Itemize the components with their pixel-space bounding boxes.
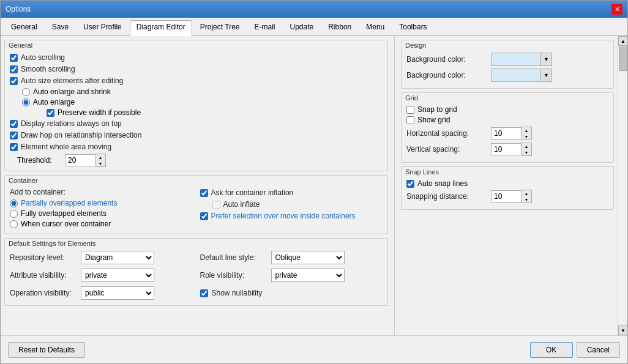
role-visibility-select[interactable]: private — [271, 269, 345, 282]
partially-overlapped-row: Partially overlapped elements — [10, 199, 193, 207]
tabs-bar: General Save User Profile Diagram Editor… — [1, 18, 627, 36]
v-spacing-spinner: ▲ ▼ — [491, 143, 532, 156]
ok-button[interactable]: OK — [530, 342, 573, 358]
op-visibility-select[interactable]: public — [81, 286, 154, 300]
cancel-button[interactable]: Cancel — [577, 342, 620, 358]
when-cursor-label: When cursor over container — [21, 220, 111, 228]
smooth-scrolling-label: Smooth scrolling — [21, 65, 75, 73]
attr-visibility-label: Attribute visibility: — [10, 271, 77, 280]
right-panel: Design Background color: ▼ Background co… — [397, 36, 618, 335]
bg-color1-arrow[interactable]: ▼ — [540, 53, 551, 65]
h-spacing-spinner: ▲ ▼ — [491, 127, 532, 140]
default-line-select[interactable]: Oblique — [271, 251, 345, 264]
snap-lines-content: Auto snap lines Snapping distance: ▲ ▼ — [402, 177, 613, 209]
scroll-track[interactable] — [618, 46, 627, 325]
fully-overlapped-label: Fully overlapped elements — [21, 209, 107, 218]
attr-visibility-select[interactable]: private — [81, 269, 154, 282]
prefer-selection-checkbox[interactable] — [200, 212, 208, 220]
v-spacing-up[interactable]: ▲ — [521, 143, 531, 149]
v-spacing-input[interactable] — [491, 143, 521, 155]
auto-enlarge-shrink-label: Auto enlarge and shrink — [33, 87, 111, 96]
snap-lines-section: Snap Lines Auto snap lines Snapping dist… — [401, 166, 614, 210]
auto-enlarge-shrink-radio[interactable] — [22, 88, 30, 96]
scroll-up-button[interactable]: ▲ — [618, 36, 627, 46]
threshold-spin-down[interactable]: ▼ — [95, 160, 105, 166]
tab-general[interactable]: General — [4, 20, 44, 35]
threshold-spinner: ▲ ▼ — [65, 154, 106, 167]
op-visibility-label: Operation visibility: — [10, 289, 77, 297]
snapping-distance-input[interactable] — [491, 190, 521, 202]
bg-color2-label: Background color: — [406, 71, 486, 80]
role-visibility-label: Role visibility: — [200, 271, 267, 280]
close-button[interactable]: ✕ — [611, 4, 622, 15]
tab-diagram-editor[interactable]: Diagram Editor — [130, 20, 192, 36]
smooth-scrolling-checkbox[interactable] — [10, 65, 18, 73]
ask-inflation-label: Ask for container inflation — [211, 188, 294, 197]
bg-color1-row: Background color: ▼ — [406, 53, 608, 66]
show-nullability-checkbox[interactable] — [200, 289, 208, 297]
auto-scrolling-checkbox[interactable] — [10, 54, 18, 62]
tab-toolbars[interactable]: Toolbars — [392, 20, 433, 35]
preserve-width-checkbox[interactable] — [47, 109, 54, 117]
auto-enlarge-radio[interactable] — [22, 98, 30, 106]
container-section: Container Add to container: Partially ov… — [4, 175, 388, 234]
snapping-distance-down[interactable]: ▼ — [521, 196, 531, 202]
repo-level-select[interactable]: Diagram — [81, 251, 154, 264]
snapping-distance-label: Snapping distance: — [406, 192, 486, 201]
v-spacing-btns: ▲ ▼ — [521, 143, 532, 156]
auto-size-row: Auto size elements after editing — [10, 76, 383, 86]
reset-button[interactable]: Reset to Defaults — [8, 342, 85, 358]
draw-hop-checkbox[interactable] — [10, 132, 18, 139]
design-content: Background color: ▼ Background color: ▼ — [402, 50, 613, 88]
design-section: Design Background color: ▼ Background co… — [401, 40, 614, 89]
auto-scrolling-row: Auto scrolling — [10, 53, 383, 62]
auto-enlarge-row: Auto enlarge — [22, 98, 383, 106]
auto-enlarge-shrink-row: Auto enlarge and shrink — [22, 87, 383, 96]
tab-save[interactable]: Save — [45, 20, 75, 35]
show-grid-checkbox[interactable] — [406, 116, 414, 124]
scroll-down-button[interactable]: ▼ — [618, 325, 627, 335]
bg-color2-row: Background color: ▼ — [406, 69, 608, 82]
auto-inflate-checkbox[interactable] — [212, 201, 220, 209]
when-cursor-radio[interactable] — [10, 220, 18, 228]
grid-content: Snap to grid Show grid Horizontal spacin… — [402, 103, 613, 162]
display-relations-checkbox[interactable] — [10, 120, 18, 128]
h-spacing-up[interactable]: ▲ — [521, 127, 531, 133]
snapping-distance-spinner: ▲ ▼ — [491, 190, 532, 203]
scroll-thumb[interactable] — [619, 46, 627, 71]
threshold-input[interactable] — [65, 154, 95, 166]
v-spacing-down[interactable]: ▼ — [521, 149, 531, 155]
fully-overlapped-radio[interactable] — [10, 210, 18, 218]
grid-section-title: Grid — [402, 93, 613, 103]
auto-inflate-row: Auto inflate — [212, 199, 383, 209]
h-spacing-label: Horizontal spacing: — [406, 129, 486, 138]
tab-ribbon[interactable]: Ribbon — [321, 20, 358, 35]
tab-update[interactable]: Update — [283, 20, 321, 35]
options-window: Options ✕ General Save User Profile Diag… — [0, 0, 628, 364]
snapping-distance-up[interactable]: ▲ — [521, 190, 531, 196]
bg-color2-arrow[interactable]: ▼ — [540, 69, 551, 81]
auto-size-checkbox[interactable] — [10, 77, 18, 85]
threshold-spinner-btns: ▲ ▼ — [95, 154, 106, 167]
tab-project-tree[interactable]: Project Tree — [193, 20, 247, 35]
bg-color2-picker[interactable]: ▼ — [491, 69, 552, 82]
show-grid-label: Show grid — [417, 116, 450, 124]
threshold-label: Threshold: — [17, 156, 60, 165]
ask-inflation-checkbox[interactable] — [200, 189, 208, 197]
snap-to-grid-checkbox[interactable] — [406, 106, 414, 114]
show-nullability-label: Show nullability — [212, 289, 279, 297]
partially-overlapped-radio[interactable] — [10, 199, 18, 207]
auto-snap-checkbox[interactable] — [406, 180, 414, 188]
bg-color1-picker[interactable]: ▼ — [491, 53, 552, 66]
tab-menu[interactable]: Menu — [359, 20, 391, 35]
threshold-spin-up[interactable]: ▲ — [95, 154, 105, 160]
element-whole-area-checkbox[interactable] — [10, 143, 18, 151]
tab-email[interactable]: E-mail — [247, 20, 282, 35]
preserve-width-row: Preserve width if possible — [47, 108, 383, 117]
h-spacing-down[interactable]: ▼ — [521, 133, 531, 139]
left-panel: General Auto scrolling Smooth scrolling … — [1, 36, 392, 335]
display-relations-label: Display relations always on top — [21, 119, 122, 128]
tab-user-profile[interactable]: User Profile — [77, 20, 129, 35]
h-spacing-btns: ▲ ▼ — [521, 127, 532, 140]
h-spacing-input[interactable] — [491, 127, 521, 139]
